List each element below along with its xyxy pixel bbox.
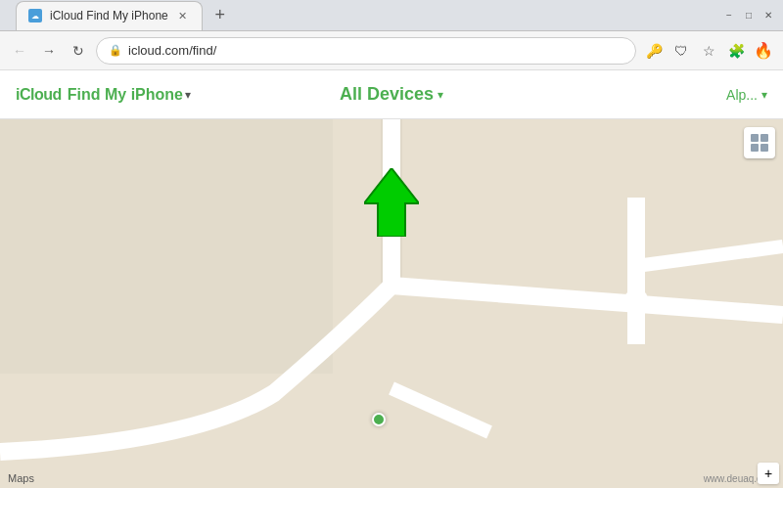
svg-point-8: [624, 288, 648, 312]
key-icon[interactable]: 🔑: [642, 39, 666, 63]
back-button[interactable]: ←: [8, 39, 31, 63]
tab-bar: ☁ iCloud Find My iPhone ✕ +: [8, 0, 718, 30]
active-tab[interactable]: ☁ iCloud Find My iPhone ✕: [16, 1, 203, 30]
annotation-arrow: [364, 168, 419, 237]
url-text: icloud.com/find/: [128, 43, 623, 58]
svg-rect-1: [0, 119, 333, 374]
tab-close-button[interactable]: ✕: [176, 9, 190, 22]
user-chevron-icon: ▾: [761, 88, 767, 102]
map-container[interactable]: Maps www.deuaq.com +: [0, 119, 783, 488]
user-menu[interactable]: Alp... ▾: [726, 87, 767, 103]
all-devices-dropdown[interactable]: All Devices ▾: [340, 84, 443, 105]
svg-marker-10: [364, 168, 419, 237]
title-bar: ☁ iCloud Find My iPhone ✕ + − □ ✕: [0, 0, 783, 31]
map-type-button[interactable]: [744, 127, 775, 158]
device-location-dot: [372, 413, 386, 426]
svg-rect-11: [751, 134, 759, 142]
maximize-button[interactable]: □: [742, 9, 756, 22]
star-icon[interactable]: ☆: [697, 39, 720, 63]
forward-button[interactable]: →: [37, 39, 61, 63]
tab-title: iCloud Find My iPhone: [50, 9, 168, 22]
map-attribution: Maps: [8, 472, 34, 484]
toolbar-icons: 🔑 🛡 ☆ 🧩 🔥: [642, 39, 775, 63]
all-devices-label: All Devices: [340, 84, 434, 105]
map-add-button[interactable]: +: [758, 463, 779, 484]
all-devices-chevron-icon: ▾: [438, 88, 443, 102]
icloud-logo: iCloud: [16, 86, 62, 104]
fire-icon[interactable]: 🔥: [752, 39, 775, 63]
app-dropdown-icon[interactable]: ▾: [185, 88, 191, 102]
svg-rect-13: [751, 144, 759, 152]
refresh-button[interactable]: ↻: [67, 39, 90, 63]
close-button[interactable]: ✕: [761, 9, 775, 22]
address-bar: ← → ↻ 🔒 icloud.com/find/ 🔑 🛡 ☆ 🧩 🔥: [0, 31, 783, 70]
app-bar: iCloud Find My iPhone ▾ All Devices ▾ Al…: [0, 70, 783, 119]
lock-icon: 🔒: [109, 44, 122, 57]
minimize-button[interactable]: −: [722, 9, 736, 22]
user-label: Alp...: [726, 87, 758, 103]
app-name: Find My iPhone: [68, 86, 183, 104]
extensions-icon[interactable]: 🧩: [724, 39, 748, 63]
shield-icon[interactable]: 🛡: [669, 39, 693, 63]
new-tab-button[interactable]: +: [207, 2, 234, 29]
svg-rect-14: [760, 144, 768, 152]
url-bar[interactable]: 🔒 icloud.com/find/: [96, 37, 636, 65]
tab-favicon: ☁: [28, 9, 42, 22]
window-controls: − □ ✕: [722, 9, 775, 22]
svg-rect-12: [760, 134, 768, 142]
